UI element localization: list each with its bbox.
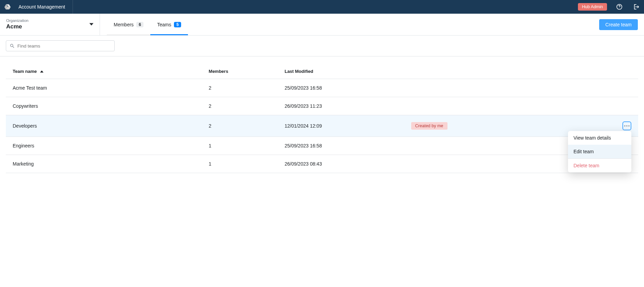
search-box[interactable] xyxy=(6,40,115,51)
organization-label: Organization xyxy=(6,18,28,23)
svg-line-3 xyxy=(13,47,14,48)
col-header-actions xyxy=(575,64,638,79)
cell-members: 1 xyxy=(202,155,278,173)
col-header-name[interactable]: Team name xyxy=(6,64,202,79)
tab-teams-label: Teams xyxy=(157,22,171,27)
sort-ascending-icon xyxy=(40,70,43,73)
created-by-me-badge: Created by me xyxy=(411,122,447,130)
logout-icon[interactable] xyxy=(632,3,640,11)
cell-team-name: Engineers xyxy=(6,137,202,155)
row-context-menu[interactable]: View team details Edit team Delete team xyxy=(568,131,631,172)
tab-members-label: Members xyxy=(114,22,134,27)
table-row[interactable]: Developers212/01/2024 12:09Created by me xyxy=(6,115,638,137)
svg-point-1 xyxy=(619,8,620,9)
cell-badge xyxy=(404,97,575,115)
cell-last-modified: 26/09/2023 08:43 xyxy=(278,155,404,173)
cell-badge xyxy=(404,79,575,97)
col-header-modified[interactable]: Last Modified xyxy=(278,64,404,79)
teams-table-wrap: Team name Members Last Modified Acme Tes… xyxy=(0,56,644,173)
cell-members: 2 xyxy=(202,97,278,115)
cell-badge xyxy=(404,137,575,155)
app-logo xyxy=(4,0,11,14)
svg-point-6 xyxy=(628,125,629,126)
organization-name: Acme xyxy=(6,23,28,30)
svg-point-4 xyxy=(624,125,625,126)
search-row xyxy=(0,35,644,56)
create-team-button[interactable]: Create team xyxy=(599,19,638,30)
tab-members[interactable]: Members 6 xyxy=(107,14,150,35)
col-header-badge xyxy=(404,64,575,79)
drive-logo-icon xyxy=(4,3,11,10)
cell-last-modified: 26/09/2023 11:23 xyxy=(278,97,404,115)
row-actions-button[interactable] xyxy=(622,121,631,130)
cell-badge xyxy=(404,155,575,173)
cell-members: 2 xyxy=(202,115,278,137)
tabs-bar: Members 6 Teams 5 Create team xyxy=(100,14,644,35)
cell-last-modified: 25/09/2023 16:58 xyxy=(278,79,404,97)
cell-team-name: Acme Test team xyxy=(6,79,202,97)
organization-selector[interactable]: Organization Acme xyxy=(0,14,100,35)
table-row[interactable]: Acme Test team225/09/2023 16:58 xyxy=(6,79,638,97)
svg-point-2 xyxy=(10,44,13,47)
cell-team-name: Developers xyxy=(6,115,202,137)
top-header: Account Management Hub Admin xyxy=(0,0,644,14)
tab-teams[interactable]: Teams 5 xyxy=(150,14,188,35)
header-title: Account Management xyxy=(11,0,73,14)
search-icon xyxy=(10,43,15,49)
cell-last-modified: 12/01/2024 12:09 xyxy=(278,115,404,137)
menu-delete-team[interactable]: Delete team xyxy=(568,159,631,172)
table-row[interactable]: Copywriters226/09/2023 11:23 xyxy=(6,97,638,115)
cell-actions xyxy=(575,79,638,97)
table-row[interactable]: Marketing126/09/2023 08:43 xyxy=(6,155,638,173)
teams-table: Team name Members Last Modified Acme Tes… xyxy=(6,64,638,173)
tab-teams-count: 5 xyxy=(174,22,181,27)
cell-last-modified: 25/09/2023 16:58 xyxy=(278,137,404,155)
tab-members-count: 6 xyxy=(136,22,143,27)
ellipsis-icon xyxy=(624,125,630,127)
menu-edit-team[interactable]: Edit team xyxy=(568,145,631,158)
cell-team-name: Copywriters xyxy=(6,97,202,115)
cell-members: 2 xyxy=(202,79,278,97)
hub-admin-badge[interactable]: Hub Admin xyxy=(578,3,607,11)
table-row[interactable]: Engineers125/09/2023 16:58 xyxy=(6,137,638,155)
search-input[interactable] xyxy=(17,43,111,49)
cell-badge: Created by me xyxy=(404,115,575,137)
col-header-members[interactable]: Members xyxy=(202,64,278,79)
cell-team-name: Marketing xyxy=(6,155,202,173)
svg-point-5 xyxy=(626,125,627,126)
menu-view-team[interactable]: View team details xyxy=(568,131,631,145)
caret-down-icon xyxy=(89,22,93,28)
help-icon[interactable] xyxy=(615,3,623,11)
cell-members: 1 xyxy=(202,137,278,155)
table-header-row: Team name Members Last Modified xyxy=(6,64,638,79)
sub-header: Organization Acme Members 6 Teams 5 Crea… xyxy=(0,14,644,35)
cell-actions xyxy=(575,97,638,115)
